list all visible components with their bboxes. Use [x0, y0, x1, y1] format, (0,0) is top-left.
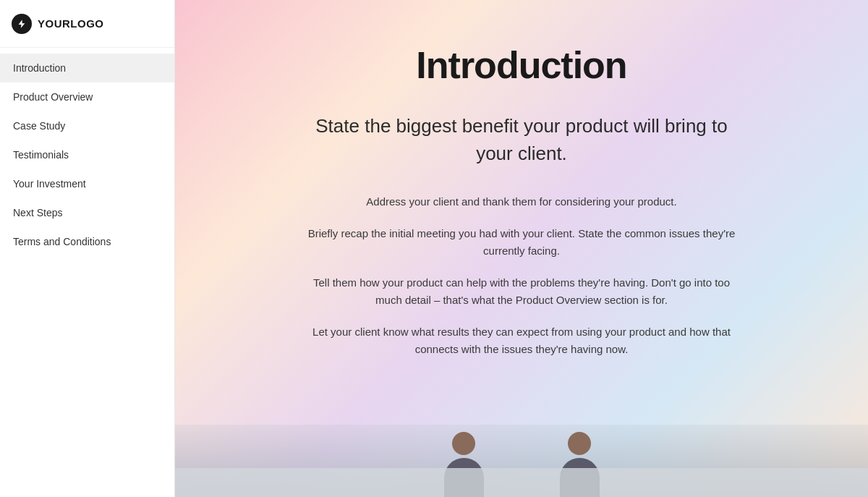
paragraph-4: Let your client know what results they c…: [305, 323, 739, 358]
person-head-1: [452, 432, 475, 455]
nav-list: Introduction Product Overview Case Study…: [0, 48, 174, 262]
image-strip: [175, 425, 868, 497]
sidebar-item-next-steps[interactable]: Next Steps: [0, 198, 174, 227]
sidebar-item-testimonials[interactable]: Testimonials: [0, 140, 174, 169]
logo-text: YOURLOGO: [38, 17, 104, 30]
sidebar-item-introduction[interactable]: Introduction: [0, 54, 174, 82]
sidebar-item-product-overview[interactable]: Product Overview: [0, 82, 174, 111]
wall-element: [175, 468, 868, 497]
sidebar-item-case-study[interactable]: Case Study: [0, 111, 174, 140]
logo-area: YOURLOGO: [0, 0, 174, 48]
gradient-background: Introduction State the biggest benefit y…: [175, 0, 868, 497]
tagline: State the biggest benefit your product w…: [305, 113, 739, 167]
sidebar-item-terms-and-conditions[interactable]: Terms and Conditions: [0, 227, 174, 256]
person-head-2: [568, 432, 591, 455]
content-area: Introduction State the biggest benefit y…: [175, 0, 868, 425]
page-title: Introduction: [416, 43, 626, 87]
main-content: Introduction State the biggest benefit y…: [175, 0, 868, 497]
bolt-icon: [12, 14, 32, 34]
paragraph-2: Briefly recap the initial meeting you ha…: [305, 225, 739, 260]
sidebar: YOURLOGO Introduction Product Overview C…: [0, 0, 175, 497]
body-paragraphs: Address your client and thank them for c…: [305, 193, 739, 358]
paragraph-1: Address your client and thank them for c…: [305, 193, 739, 211]
sidebar-item-your-investment[interactable]: Your Investment: [0, 169, 174, 198]
paragraph-3: Tell them how your product can help with…: [305, 274, 739, 309]
